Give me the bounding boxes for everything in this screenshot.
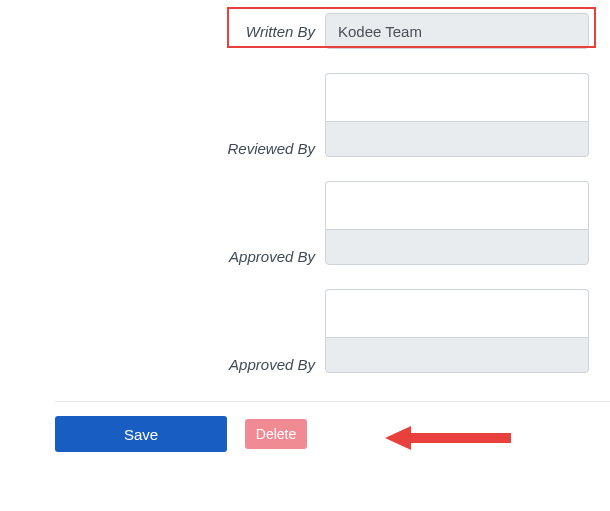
row-reviewed-by: Reviewed By — [0, 73, 610, 157]
input-approved-by-2[interactable] — [325, 337, 589, 373]
input-written-by[interactable] — [325, 13, 589, 49]
row-approved-by-1: Approved By — [0, 181, 610, 265]
input-reviewed-by[interactable] — [325, 121, 589, 157]
input-reviewed-by-top[interactable] — [325, 73, 589, 121]
svg-marker-0 — [385, 426, 511, 450]
row-approved-by-2: Approved By — [0, 289, 610, 373]
delete-button[interactable]: Delete — [245, 419, 307, 449]
label-approved-by-2: Approved By — [0, 356, 325, 373]
divider — [55, 401, 610, 402]
input-approved-by-2-top[interactable] — [325, 289, 589, 337]
button-row: Save Delete — [55, 416, 610, 452]
label-reviewed-by: Reviewed By — [0, 140, 325, 157]
row-written-by: Written By — [0, 8, 610, 49]
arrow-icon — [385, 420, 515, 456]
label-approved-by-1: Approved By — [0, 248, 325, 265]
input-approved-by-1[interactable] — [325, 229, 589, 265]
input-approved-by-1-top[interactable] — [325, 181, 589, 229]
label-written-by: Written By — [0, 23, 325, 40]
save-button[interactable]: Save — [55, 416, 227, 452]
